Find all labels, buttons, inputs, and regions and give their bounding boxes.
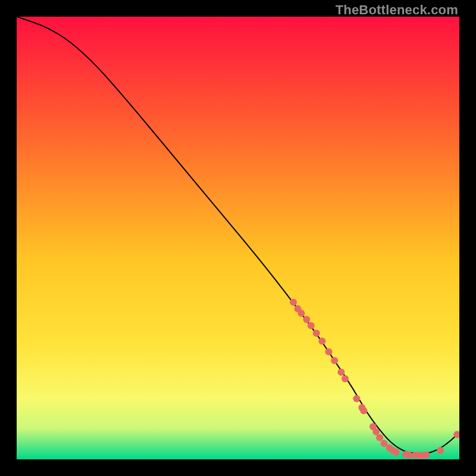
data-marker <box>393 449 400 456</box>
data-marker <box>353 395 360 402</box>
data-marker <box>313 330 320 337</box>
data-marker <box>331 357 338 364</box>
data-marker <box>376 434 383 441</box>
data-marker <box>360 407 367 414</box>
data-marker <box>298 309 305 317</box>
data-marker <box>325 348 333 355</box>
data-marker <box>342 375 349 383</box>
data-marker <box>303 316 310 323</box>
data-marker <box>290 299 297 306</box>
data-marker <box>318 337 325 345</box>
chart-frame: TheBottleneck.com <box>0 0 476 476</box>
chart-plot-area <box>17 17 459 459</box>
data-marker <box>405 452 412 459</box>
chart-svg <box>17 17 459 459</box>
chart-background-gradient <box>17 17 459 459</box>
data-marker <box>308 322 315 329</box>
data-marker <box>337 368 345 375</box>
data-marker <box>422 452 430 459</box>
data-marker <box>437 447 444 454</box>
watermark-text: TheBottleneck.com <box>336 2 458 18</box>
